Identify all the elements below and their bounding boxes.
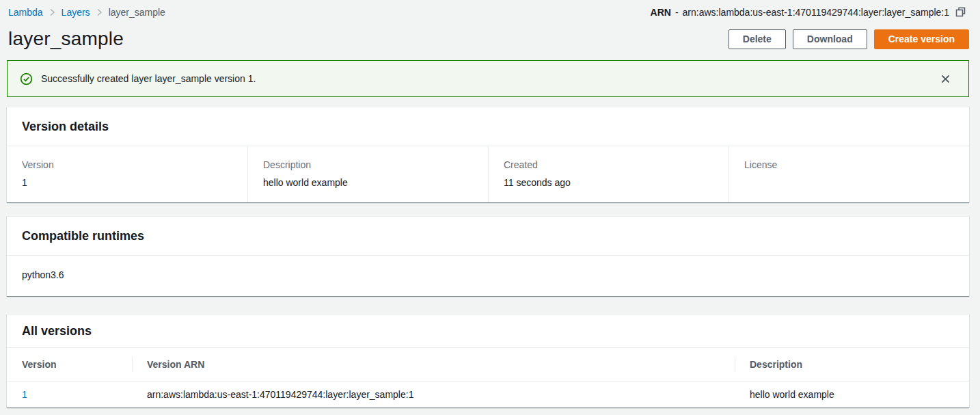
version-details-card: Version details Version 1 Description he…: [7, 107, 969, 202]
page-header: layer_sample Delete Download Create vers…: [7, 23, 969, 51]
version-link[interactable]: 1: [22, 389, 27, 400]
field-label: License: [744, 159, 954, 171]
copy-icon: [955, 7, 966, 17]
top-bar: Lambda Layers layer_sample ARN - arn:aws…: [7, 0, 969, 23]
arn-label: ARN: [651, 7, 671, 18]
chevron-right-icon: [49, 8, 55, 16]
field-description: Description hello world example: [247, 146, 488, 202]
cell-description: hello world example: [735, 381, 969, 407]
compatible-runtimes-card: Compatible runtimes python3.6: [7, 216, 969, 296]
version-details-grid: Version 1 Description hello world exampl…: [7, 146, 969, 202]
all-versions-title: All versions: [22, 324, 955, 338]
column-header-version-arn: Version ARN: [132, 348, 735, 381]
all-versions-header: All versions: [7, 314, 969, 347]
field-label: Version: [22, 159, 232, 171]
runtime-value: python3.6: [7, 256, 969, 296]
create-version-button[interactable]: Create version: [874, 29, 969, 49]
copy-arn-button[interactable]: [955, 6, 966, 18]
cell-version-arn: arn:aws:lambda:us-east-1:470119429744:la…: [132, 381, 735, 407]
status-success-icon: [20, 72, 33, 85]
field-label: Created: [504, 159, 713, 171]
field-created: Created 11 seconds ago: [488, 146, 729, 202]
breadcrumb: Lambda Layers layer_sample: [8, 7, 165, 18]
field-value: 1: [22, 176, 232, 189]
flash-close-button[interactable]: [939, 72, 952, 85]
header-actions: Delete Download Create version: [729, 29, 969, 49]
column-header-version: Version: [7, 348, 132, 381]
compatible-runtimes-title: Compatible runtimes: [22, 229, 955, 243]
breadcrumb-current: layer_sample: [109, 7, 165, 18]
download-button[interactable]: Download: [793, 29, 867, 49]
field-license: License: [729, 146, 969, 202]
success-flash: Successfully created layer layer_sample …: [7, 60, 969, 97]
page: Lambda Layers layer_sample ARN - arn:aws…: [0, 0, 980, 407]
version-details-header: Version details: [7, 107, 969, 146]
close-icon: [940, 74, 951, 84]
field-value: 11 seconds ago: [504, 176, 713, 189]
field-value: hello world example: [263, 176, 473, 189]
field-label: Description: [263, 159, 473, 171]
version-details-title: Version details: [22, 120, 955, 134]
breadcrumb-link-lambda[interactable]: Lambda: [8, 7, 43, 18]
column-header-description: Description: [735, 348, 969, 381]
all-versions-card: All versions Version Version ARN Descrip…: [7, 314, 969, 407]
delete-button[interactable]: Delete: [729, 29, 786, 49]
compatible-runtimes-header: Compatible runtimes: [7, 217, 969, 255]
chevron-right-icon: [96, 8, 103, 16]
arn-separator: -: [675, 7, 679, 18]
arn-value: arn:aws:lambda:us-east-1:470119429744:la…: [683, 7, 949, 18]
table-row: 1 arn:aws:lambda:us-east-1:470119429744:…: [7, 381, 969, 407]
field-version: Version 1: [7, 146, 247, 202]
versions-table-header: Version Version ARN Description: [7, 348, 969, 381]
flash-message: Successfully created layer layer_sample …: [41, 73, 939, 84]
breadcrumb-link-layers[interactable]: Layers: [62, 7, 90, 18]
page-title: layer_sample: [8, 28, 124, 50]
arn-bar: ARN - arn:aws:lambda:us-east-1:470119429…: [651, 6, 966, 18]
cell-version: 1: [7, 381, 132, 407]
